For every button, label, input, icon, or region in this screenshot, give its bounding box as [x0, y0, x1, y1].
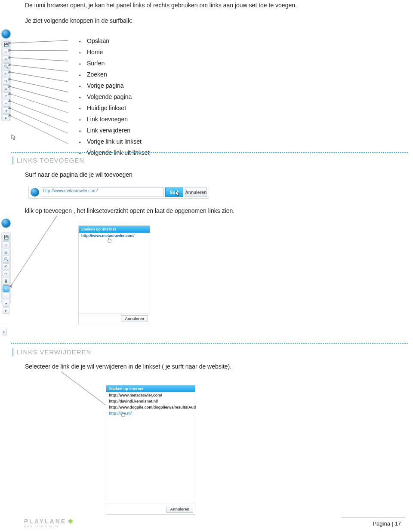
footer-rule: [341, 517, 405, 517]
remove-link-icon[interactable]: −: [3, 292, 9, 299]
globe-icon: [1, 29, 11, 39]
svg-line-9: [11, 109, 68, 133]
brand-symbol-icon: ✻: [66, 518, 73, 525]
url-bar: http://www.metacrawler.com/ Surf Annuler…: [28, 186, 209, 199]
svg-line-0: [11, 40, 68, 43]
panel-link[interactable]: http://davindi.kennisnet.nl/: [106, 398, 195, 404]
globe-icon: [31, 188, 39, 197]
intro-line1: De iumi browser opent, je kan het panel …: [25, 2, 297, 9]
surfbalk-toolbar-2: 💾 ⌂ ◎ 🔍 ↶ ↷ ≣ + − ◂ ▸: [1, 232, 11, 304]
save-icon[interactable]: 💾: [3, 234, 9, 241]
label-huidige-linkset: Huidige linkset: [89, 103, 150, 114]
intro-line2: Je ziet volgende knoppen in de surfbalk:: [25, 17, 297, 24]
expand-handle-icon[interactable]: ▸: [2, 328, 7, 335]
cursor-icon: [11, 134, 16, 140]
toolbar-labels-list: Opslaan Home Surfen Zoeken Vorige pagina…: [79, 36, 150, 159]
panel-footer: Annuleren: [79, 313, 150, 324]
cursor-icon: [175, 191, 180, 197]
panel-title: Zoeken op internet: [106, 385, 195, 392]
linkset-panel-remove: Zoeken op internet http://www.metacrawle…: [106, 385, 195, 515]
surf-icon[interactable]: ◎: [3, 56, 9, 63]
panel-title: Zoeken op internet: [79, 226, 150, 233]
label-link-verwijderen: Link verwijderen: [89, 125, 150, 136]
panel-link[interactable]: http://www.metacrawler.com/: [106, 392, 195, 398]
brand-name: PLAYLANE: [24, 518, 66, 525]
section-remove-instr: Selecteer de link die je wil verwijderen…: [25, 363, 231, 370]
linkset-icon[interactable]: ≣: [3, 278, 9, 285]
section-divider: [11, 152, 408, 153]
prev-link-icon[interactable]: ◂: [3, 300, 9, 307]
svg-line-12: [61, 372, 109, 408]
arrow-annotation-2: [0, 211, 86, 297]
svg-line-3: [11, 65, 68, 71]
label-link-toevoegen: Link toevoegen: [89, 114, 150, 125]
arrow-annotation-3: [0, 366, 120, 417]
prev-link-icon[interactable]: ◂: [3, 107, 9, 114]
svg-line-11: [12, 216, 57, 285]
panel-body: http://www.metacrawler.com/ http://davin…: [106, 392, 195, 504]
intro-text: De iumi browser opent, je kan het panel …: [25, 2, 297, 33]
section-divider: [11, 343, 408, 344]
svg-line-4: [11, 72, 68, 82]
back-icon[interactable]: ↶: [3, 71, 9, 77]
panel-cancel-button[interactable]: Annuleren: [166, 506, 193, 513]
label-volgende-link: Volgende link uit linkset: [89, 148, 150, 159]
linkset-icon[interactable]: ≣: [3, 85, 9, 92]
save-icon[interactable]: 💾: [3, 41, 9, 48]
label-vorige-link: Vorige link uit linkset: [89, 136, 150, 148]
svg-line-2: [11, 58, 68, 61]
label-surfen: Surfen: [89, 58, 150, 69]
svg-line-6: [11, 87, 68, 102]
home-icon[interactable]: ⌂: [3, 49, 9, 55]
home-icon[interactable]: ⌂: [3, 241, 9, 248]
surfbalk-toolbar: 💾 ⌂ ◎ 🔍 ↶ ↷ ≣ + − ◂ ▸: [1, 40, 11, 121]
page-number: Pagina | 17: [373, 520, 401, 527]
section-heading-add: LINKS TOEVOEGEN: [12, 157, 84, 164]
label-opslaan: Opslaan: [89, 36, 150, 47]
next-link-icon[interactable]: ▸: [3, 307, 9, 314]
add-link-icon[interactable]: +: [3, 92, 9, 99]
svg-line-8: [11, 101, 68, 123]
svg-line-10: [11, 116, 68, 144]
back-icon[interactable]: ↶: [3, 263, 9, 270]
hand-cursor-icon: [107, 238, 178, 243]
label-home: Home: [89, 47, 150, 58]
section-add-instr: Surf naar de pagina die je wil toevoegen: [25, 171, 133, 178]
search-icon[interactable]: 🔍: [3, 63, 9, 70]
forward-icon[interactable]: ↷: [3, 78, 9, 85]
svg-line-5: [11, 80, 68, 92]
panel-cancel-button[interactable]: Annuleren: [121, 315, 148, 322]
svg-line-1: [11, 50, 68, 51]
section-heading-remove: LINKS VERWIJDEREN: [12, 348, 91, 356]
panel-body: http://www.metacrawler.com/: [79, 233, 150, 313]
cancel-button[interactable]: Annuleren: [185, 188, 207, 197]
label-volgende-pagina: Volgende pagina: [89, 92, 150, 103]
add-link-icon[interactable]: +: [3, 285, 9, 292]
label-vorige-pagina: Vorige pagina: [89, 80, 150, 92]
panel-footer: Annuleren: [106, 504, 195, 514]
linkset-panel: Zoeken op internet http://www.metacrawle…: [78, 225, 150, 324]
section-add-after: klik op toevoegen , het linksetoverzicht…: [25, 207, 234, 214]
label-zoeken: Zoeken: [89, 69, 150, 80]
surf-icon[interactable]: ◎: [3, 249, 9, 255]
url-input[interactable]: http://www.metacrawler.com/: [41, 188, 163, 197]
next-link-icon[interactable]: ▸: [3, 114, 9, 121]
svg-line-7: [11, 94, 68, 113]
hand-cursor-icon: [121, 412, 210, 417]
brand-logo: PLAYLANE ✻ www.playlane.be: [24, 518, 73, 528]
search-icon[interactable]: 🔍: [3, 256, 9, 263]
forward-icon[interactable]: ↷: [3, 271, 9, 277]
brand-url: www.playlane.be: [24, 525, 73, 528]
globe-icon: [1, 218, 11, 228]
remove-link-icon[interactable]: −: [3, 100, 9, 107]
panel-link[interactable]: http://www.dogpile.com/dogpile/ws/result…: [106, 404, 195, 410]
surf-button[interactable]: Surf: [165, 188, 183, 197]
